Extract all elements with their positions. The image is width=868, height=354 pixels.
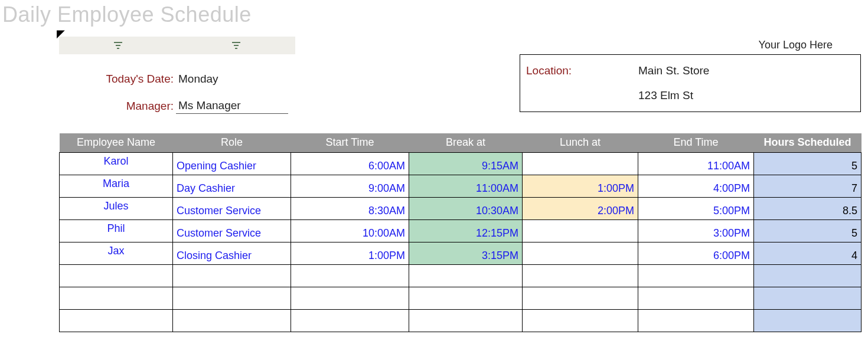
location-name: Main St. Store [638, 64, 709, 77]
cell-hours[interactable]: 4 [754, 242, 862, 264]
cell-lunch[interactable] [523, 264, 638, 287]
cell-name[interactable] [60, 264, 173, 287]
cell-lunch[interactable] [523, 242, 638, 264]
date-label: Today's Date: [59, 73, 176, 86]
cell-lunch[interactable] [523, 152, 638, 175]
logo-placeholder: Your Logo Here [759, 39, 833, 51]
manager-label: Manager: [59, 100, 176, 113]
cell-end[interactable]: 3:00PM [638, 219, 754, 242]
location-label: Location: [526, 64, 638, 77]
table-header-row: Employee Name Role Start Time Break at L… [60, 133, 862, 152]
col-lunch: Lunch at [523, 133, 638, 152]
table-row: MariaDay Cashier9:00AM11:00AM1:00PM4:00P… [60, 175, 862, 197]
cell-role[interactable] [173, 287, 291, 309]
cell-lunch[interactable] [523, 219, 638, 242]
cell-end[interactable] [638, 264, 754, 287]
cell-role[interactable] [173, 309, 291, 332]
location-box: Location: Main St. Store 123 Elm St [520, 54, 861, 112]
cell-role[interactable]: Opening Cashier [173, 152, 291, 175]
cell-hours[interactable]: 5 [754, 152, 862, 175]
cell-start[interactable]: 1:00PM [291, 242, 409, 264]
cell-end[interactable]: 4:00PM [638, 175, 754, 197]
cell-role[interactable]: Day Cashier [173, 175, 291, 197]
cell-role[interactable]: Customer Service [173, 197, 291, 219]
filter-bar [59, 37, 295, 54]
table-row: KarolOpening Cashier6:00AM9:15AM11:00AM5 [60, 152, 862, 175]
cell-start[interactable]: 6:00AM [291, 152, 409, 175]
filter-cell-2[interactable] [177, 37, 295, 54]
col-hours: Hours Scheduled [754, 133, 862, 152]
cell-end[interactable]: 6:00PM [638, 242, 754, 264]
cell-break[interactable] [409, 309, 523, 332]
cell-name[interactable] [60, 309, 173, 332]
cell-role[interactable]: Closing Cashier [173, 242, 291, 264]
cell-break[interactable]: 9:15AM [409, 152, 523, 175]
date-value: Monday [176, 73, 288, 86]
cell-name[interactable] [60, 287, 173, 309]
cell-hours[interactable]: 5 [754, 219, 862, 242]
cell-lunch[interactable] [523, 287, 638, 309]
cell-start[interactable] [291, 309, 409, 332]
cell-lunch[interactable]: 1:00PM [523, 175, 638, 197]
page-title: Daily Employee Schedule [2, 2, 868, 27]
cell-hours[interactable]: 7 [754, 175, 862, 197]
cell-name[interactable]: Jules [60, 197, 173, 219]
table-row: JulesCustomer Service8:30AM10:30AM2:00PM… [60, 197, 862, 219]
cell-role[interactable]: Customer Service [173, 219, 291, 242]
table-row-empty [60, 264, 862, 287]
cell-break[interactable] [409, 287, 523, 309]
cell-end[interactable]: 11:00AM [638, 152, 754, 175]
table-row-empty [60, 287, 862, 309]
cell-hours[interactable] [754, 264, 862, 287]
cell-name[interactable]: Jax [60, 242, 173, 264]
filter-cell-1[interactable] [59, 37, 177, 54]
table-row: JaxClosing Cashier1:00PM3:15PM6:00PM4 [60, 242, 862, 264]
col-name: Employee Name [60, 133, 173, 152]
info-left: Today's Date: Monday Manager: Ms Manager [59, 67, 295, 118]
cell-lunch[interactable]: 2:00PM [523, 197, 638, 219]
cell-break[interactable] [409, 264, 523, 287]
manager-value[interactable]: Ms Manager [176, 99, 288, 114]
col-start: Start Time [291, 133, 409, 152]
cell-name[interactable]: Phil [60, 219, 173, 242]
table-row-empty [60, 309, 862, 332]
cell-break[interactable]: 3:15PM [409, 242, 523, 264]
cell-start[interactable] [291, 287, 409, 309]
cell-hours[interactable] [754, 309, 862, 332]
cell-break[interactable]: 10:30AM [409, 197, 523, 219]
cell-end[interactable] [638, 309, 754, 332]
header-area: Today's Date: Monday Manager: Ms Manager… [59, 33, 868, 133]
cell-end[interactable] [638, 287, 754, 309]
table-row: PhilCustomer Service10:00AM12:15PM3:00PM… [60, 219, 862, 242]
cell-end[interactable]: 5:00PM [638, 197, 754, 219]
col-role: Role [173, 133, 291, 152]
filter-icon [232, 42, 240, 49]
cell-lunch[interactable] [523, 309, 638, 332]
cell-hours[interactable]: 8.5 [754, 197, 862, 219]
cell-break[interactable]: 12:15PM [409, 219, 523, 242]
filter-icon [114, 42, 122, 49]
cell-role[interactable] [173, 264, 291, 287]
col-break: Break at [409, 133, 523, 152]
schedule-table: Employee Name Role Start Time Break at L… [59, 133, 862, 332]
location-address: 123 Elm St [638, 89, 693, 102]
col-end: End Time [638, 133, 754, 152]
cell-name[interactable]: Karol [60, 152, 173, 175]
cell-hours[interactable] [754, 287, 862, 309]
cell-break[interactable]: 11:00AM [409, 175, 523, 197]
cell-name[interactable]: Maria [60, 175, 173, 197]
cell-start[interactable]: 10:00AM [291, 219, 409, 242]
cell-start[interactable] [291, 264, 409, 287]
cell-start[interactable]: 9:00AM [291, 175, 409, 197]
cell-start[interactable]: 8:30AM [291, 197, 409, 219]
